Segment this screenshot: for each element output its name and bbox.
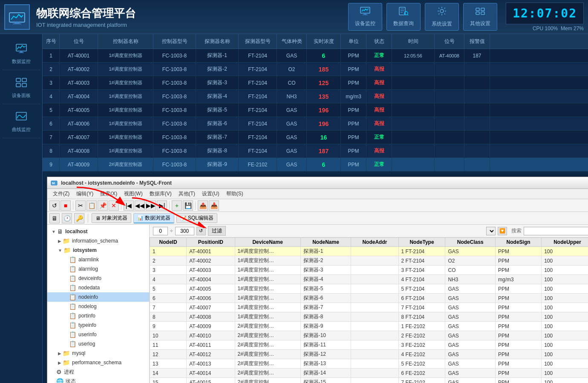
tb-last[interactable]: ▶|: [157, 200, 167, 211]
tb-first[interactable]: |◀: [124, 200, 134, 211]
menu-edit[interactable]: 编辑(Y): [73, 189, 97, 198]
iot-table-row[interactable]: 6 AT-40006 1#调度室控制器 FC-1003-8 探测器-6 FT-2…: [43, 117, 588, 131]
table-row[interactable]: 3AT-400031#调度室控制…探测器-33 FT-2104COPPM1002…: [150, 266, 588, 275]
tree-item-mysql[interactable]: ▶📁mysql: [47, 349, 149, 358]
menu-help[interactable]: 帮助(S): [223, 189, 247, 198]
td-time: [392, 117, 435, 130]
tab-sql-editor[interactable]: 📝 SQL编辑器: [176, 213, 217, 223]
refresh-data-btn[interactable]: ↺: [196, 227, 206, 235]
tree-item-alarmlog[interactable]: ▶📋alarmlog: [47, 264, 149, 274]
table-row[interactable]: 7AT-400071#调度室控制…探测器-77 FT-2104GASPPM100…: [150, 303, 588, 312]
table-row[interactable]: 12AT-400122#调度室控制…探测器-124 FE-2102GASPPM1…: [150, 350, 588, 359]
tab-object-browser[interactable]: 🖥 对象浏览器: [92, 213, 131, 223]
menu-other[interactable]: 其他(T): [175, 189, 199, 198]
table-row[interactable]: 10AT-400102#调度室控制…探测器-102 FE-2102GASPPM1…: [150, 331, 588, 340]
table-row[interactable]: 14AT-400142#调度室控制…探测器-146 FE-2102GASPPM1…: [150, 369, 588, 378]
tree-item-userinfo[interactable]: ▶📋userinfo: [47, 330, 149, 339]
tree-item-iotsystem[interactable]: ▼📁iotsystem: [47, 246, 149, 255]
sidebar-item-device-panel[interactable]: 设备面板: [2, 72, 40, 104]
tree-item-information_schema[interactable]: ▶📁information_schema: [47, 236, 149, 246]
iot-table-row[interactable]: 7 AT-40007 1#调度室控制器 FC-1003-8 探测器-7 FT-2…: [43, 131, 588, 144]
td-NodeUpper: 100: [542, 284, 588, 294]
iot-table-row[interactable]: 4 AT-40004 1#调度室控制器 FC-1003-8 探测器-4 FT-2…: [43, 90, 588, 103]
nav-data-query[interactable]: 数据查询: [386, 3, 421, 31]
search-input[interactable]: [524, 227, 588, 235]
td-seq: 9: [43, 158, 60, 171]
tb2-icon1[interactable]: 🖥: [49, 213, 60, 223]
data-browser-label: 数据浏览器: [145, 214, 170, 222]
nav-system-settings[interactable]: 系统设置: [425, 3, 459, 31]
table-row[interactable]: 15AT-400152#调度室控制…探测器-157 FE-2102GASPPM1…: [150, 378, 588, 383]
tree-item-nodeinfo[interactable]: ▶📋nodeinfo: [47, 292, 149, 302]
iot-table-row[interactable]: 5 AT-40005 1#调度室控制器 FC-1003-8 探测器-5 FT-2…: [43, 103, 588, 117]
td-NodeName: 探测器-4: [300, 275, 351, 284]
tree-item-portinfo[interactable]: ▶📋portinfo: [47, 311, 149, 320]
tree-item-performance_schema[interactable]: ▶📁performance_schema: [47, 358, 149, 367]
tb-import[interactable]: 📥: [209, 200, 219, 211]
td-ctrltype: FC-1003-8: [153, 144, 196, 157]
iot-table-row[interactable]: 1 AT-40001 1#调度室控制器 FC-1003-8 探测器-1 FT-2…: [43, 49, 588, 63]
menu-database[interactable]: 数据库(V): [146, 189, 175, 198]
tb-export[interactable]: 📤: [198, 200, 208, 211]
td-gas: CO: [277, 76, 307, 89]
menu-settings[interactable]: 设置(U): [199, 189, 223, 198]
filter-icon-btn[interactable]: 🔽: [498, 227, 507, 235]
tree-item-userlog[interactable]: ▶📋userlog: [47, 339, 149, 349]
tb2-icon2[interactable]: 🕐: [62, 213, 72, 223]
tab-data-browser[interactable]: 📊 数据浏览器: [133, 213, 174, 223]
tree-item-alarmlink[interactable]: ▶📋alarmlink: [47, 255, 149, 264]
tree-item-状态[interactable]: ▶🌐状态: [47, 377, 149, 383]
tb-paste[interactable]: 📌: [98, 200, 108, 211]
tb-add[interactable]: +: [172, 200, 182, 211]
sort-select[interactable]: [486, 227, 496, 235]
iot-table-row[interactable]: 9 AT-40009 2#调度室控制器 FC-1003-8 探测器-9 FE-2…: [43, 158, 588, 171]
iot-table-row[interactable]: 3 AT-40003 1#调度室控制器 FC-1003-8 探测器-3 FT-2…: [43, 76, 588, 90]
td-DeviceName: 1#调度室控制…: [235, 275, 300, 284]
tb-prev2[interactable]: ◀◀: [135, 200, 145, 211]
table-row[interactable]: 6AT-400061#调度室控制…探测器-66 FT-2104GASPPM100…: [150, 294, 588, 303]
tree-item-nodedata[interactable]: ▶📋nodedata: [47, 283, 149, 292]
nav-device-monitor[interactable]: 设备监控: [348, 3, 382, 31]
td-PositionID: AT-40002: [187, 256, 235, 266]
tree-item-localhost[interactable]: ▼🖥localhost: [47, 227, 149, 236]
td-val: 6: [307, 49, 341, 62]
tb-cut[interactable]: ✂: [75, 200, 86, 211]
tb-copy[interactable]: 📋: [86, 200, 97, 211]
table-row[interactable]: 8AT-400081#调度室控制…探测器-88 FT-2104GASPPM100…: [150, 312, 588, 322]
tb-next2[interactable]: ▶▶: [146, 200, 156, 211]
sidebar-item-data-monitor[interactable]: 数据监控: [2, 38, 40, 70]
menu-view[interactable]: 视图(W): [121, 189, 146, 198]
td-NodeUpper: 100: [542, 359, 588, 369]
sidebar-item-curve-monitor[interactable]: 曲线监控: [2, 106, 40, 138]
tb-delete[interactable]: ✕: [109, 200, 119, 211]
table-row[interactable]: 11AT-400112#调度室控制…探测器-113 FE-2102GASPPM1…: [150, 340, 588, 350]
table-row[interactable]: 2AT-400021#调度室控制…探测器-22 FT-2104O2PPM1002…: [150, 256, 588, 266]
tb2-icon3[interactable]: 🔑: [74, 213, 84, 223]
table-row[interactable]: 1AT-400011#调度室控制…探测器-11 FT-2104GASPPM100…: [150, 247, 588, 256]
tb-save[interactable]: 💾: [183, 200, 193, 211]
iot-table-row[interactable]: 2 AT-40002 1#调度室控制器 FC-1003-8 探测器-2 FT-2…: [43, 63, 588, 76]
tree-item-deviceinfo[interactable]: ▶📋deviceinfo: [47, 274, 149, 283]
tb-stop[interactable]: ■: [61, 200, 71, 211]
table-row[interactable]: 9AT-400092#调度室控制…探测器-91 FE-2102GASPPM100…: [150, 322, 588, 331]
nav-other-settings[interactable]: 其他设置: [463, 3, 497, 31]
td-NodeAddr: [351, 275, 398, 284]
table-row[interactable]: 13AT-400132#调度室控制…探测器-135 FE-2102GASPPM1…: [150, 359, 588, 369]
tree-item-nodelog[interactable]: ▶📋nodelog: [47, 302, 149, 311]
table-row[interactable]: 5AT-400051#调度室控制…探测器-55 FT-2104GASPPM100…: [150, 284, 588, 294]
iot-table-row[interactable]: 8 AT-40008 1#调度室控制器 FC-1003-8 探测器-8 FT-2…: [43, 144, 588, 158]
filter-btn[interactable]: 过滤: [208, 226, 226, 236]
td-unit: PPM: [341, 144, 366, 157]
menu-search[interactable]: 搜索(X): [97, 189, 121, 198]
tree-item-进程[interactable]: ▶⚙进程: [47, 367, 149, 377]
page-start-input[interactable]: [153, 227, 168, 235]
td-gas: GAS: [277, 117, 307, 130]
td-NodeID: 9: [150, 322, 187, 331]
tree-item-typeinfo[interactable]: ▶📋typeinfo: [47, 320, 149, 330]
tree-item-icon: 🖥: [57, 228, 63, 235]
menu-file[interactable]: 文件(Z): [49, 189, 73, 198]
table-row[interactable]: 4AT-400041#调度室控制…探测器-44 FT-2104NH3mg/m31…: [150, 275, 588, 284]
tb-refresh[interactable]: ↺: [49, 200, 60, 211]
td-ctrl: 1#调度室控制器: [98, 63, 153, 76]
page-limit-input[interactable]: [175, 227, 194, 235]
